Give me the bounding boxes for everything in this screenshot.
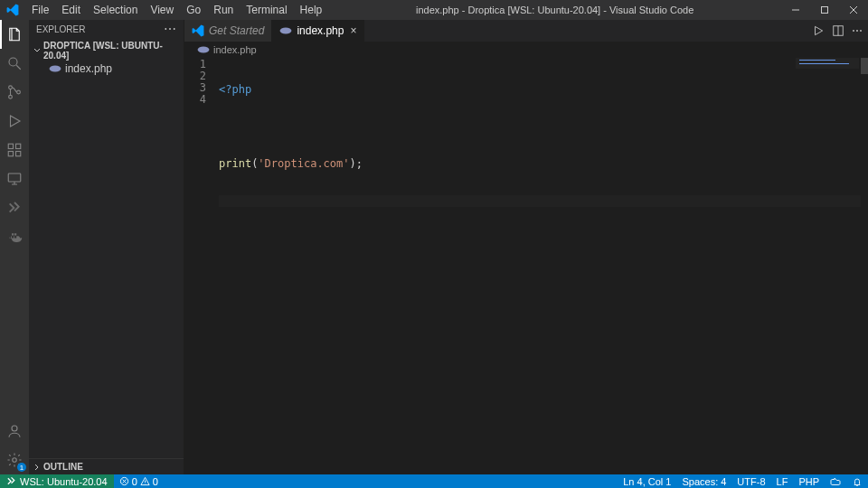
split-editor-icon[interactable] [832, 24, 844, 37]
vscode-icon [192, 24, 204, 37]
status-warnings: 0 [153, 476, 158, 487]
status-cursor-position[interactable]: Ln 4, Col 1 [618, 474, 676, 488]
activity-search-icon[interactable] [0, 49, 29, 78]
scrollbar-thumb[interactable] [861, 58, 868, 74]
outline-label: OUTLINE [43, 462, 83, 472]
outline-section[interactable]: OUTLINE [29, 458, 184, 474]
tab-close-icon[interactable]: × [350, 24, 356, 37]
menu-go[interactable]: Go [180, 1, 207, 19]
code-token-function: print [219, 157, 251, 170]
vertical-scrollbar[interactable] [861, 58, 868, 474]
php-file-icon [197, 43, 210, 56]
svg-point-2 [9, 86, 13, 89]
line-numbers: 1 2 3 4 [184, 58, 219, 474]
code-editor[interactable]: 1 2 3 4 <?php print('Droptica.com'); [184, 58, 868, 474]
chevron-down-icon [33, 46, 42, 55]
activity-bar: 1 [0, 20, 29, 474]
editor-area: Get Started index.php × ⋯ index.php [184, 20, 868, 474]
menu-view[interactable]: View [144, 1, 180, 19]
breadcrumb-label: index.php [213, 44, 257, 55]
menu-terminal[interactable]: Terminal [240, 1, 293, 19]
status-errors: 0 [132, 476, 137, 487]
svg-point-4 [17, 90, 21, 94]
editor-actions: ⋯ [812, 20, 868, 42]
activity-accounts-icon[interactable] [0, 417, 29, 446]
explorer-title: EXPLORER [36, 24, 85, 34]
settings-badge: 1 [17, 463, 26, 472]
activity-extensions-icon[interactable] [0, 136, 29, 164]
tree-file-index-php[interactable]: index.php [29, 61, 184, 76]
svg-rect-5 [8, 144, 13, 148]
svg-point-3 [9, 95, 13, 99]
tree-file-label: index.php [65, 62, 112, 75]
tab-label: Get Started [209, 24, 264, 37]
run-icon[interactable] [812, 24, 825, 37]
status-remote-label: WSL: Ubuntu-20.04 [20, 476, 108, 487]
status-language[interactable]: PHP [793, 474, 825, 488]
vscode-logo-icon [5, 3, 20, 17]
php-file-icon [49, 62, 61, 75]
activity-remote-explorer-icon[interactable] [0, 164, 29, 193]
file-tree: DROPTICA [WSL: UBUNTU-20.04] index.php [29, 38, 184, 458]
svg-point-13 [280, 28, 292, 34]
menu-run[interactable]: Run [207, 1, 240, 19]
tree-root[interactable]: DROPTICA [WSL: UBUNTU-20.04] [29, 40, 184, 61]
status-eol[interactable]: LF [771, 474, 794, 488]
code-token-php-open: <?php [219, 83, 251, 96]
menu-bar: File Edit Selection View Go Run Terminal… [25, 1, 328, 19]
svg-rect-8 [16, 144, 21, 148]
svg-rect-9 [8, 174, 21, 182]
explorer-header: EXPLORER ⋯ [29, 20, 184, 38]
activity-source-control-icon[interactable] [0, 78, 29, 107]
activity-settings-icon[interactable]: 1 [0, 446, 29, 474]
svg-point-11 [13, 458, 17, 463]
window-title: index.php - Droptica [WSL: Ubuntu-20.04]… [328, 5, 781, 15]
status-feedback-icon[interactable] [825, 474, 846, 488]
php-file-icon [279, 24, 292, 37]
status-remote[interactable]: WSL: Ubuntu-20.04 [0, 474, 114, 488]
svg-point-12 [50, 66, 61, 72]
code-token-string: 'Droptica.com' [258, 157, 349, 170]
titlebar: File Edit Selection View Go Run Terminal… [0, 0, 868, 20]
activity-remote-icon[interactable] [0, 193, 29, 222]
window-controls [781, 0, 868, 20]
menu-help[interactable]: Help [294, 1, 329, 19]
status-notifications-icon[interactable] [846, 474, 868, 488]
activity-explorer-icon[interactable] [0, 20, 29, 49]
workbench: 1 EXPLORER ⋯ DROPTICA [WSL: UBUNTU-20.04… [0, 20, 868, 474]
svg-point-15 [198, 47, 210, 53]
menu-file[interactable]: File [25, 1, 55, 19]
explorer-sidebar: EXPLORER ⋯ DROPTICA [WSL: UBUNTU-20.04] … [29, 20, 184, 474]
tab-label: index.php [297, 24, 344, 37]
breadcrumbs[interactable]: index.php [184, 42, 868, 58]
svg-rect-6 [8, 152, 13, 156]
tab-get-started[interactable]: Get Started [184, 20, 272, 42]
status-bar: WSL: Ubuntu-20.04 0 0 Ln 4, Col 1 Spaces… [0, 474, 868, 488]
editor-tabs: Get Started index.php × ⋯ [184, 20, 868, 42]
more-actions-icon[interactable]: ⋯ [852, 24, 863, 37]
svg-point-10 [12, 426, 17, 431]
status-indentation[interactable]: Spaces: 4 [676, 474, 731, 488]
svg-rect-7 [16, 152, 21, 156]
root-folder-label: DROPTICA [WSL: UBUNTU-20.04] [43, 41, 180, 61]
maximize-button[interactable] [810, 0, 839, 20]
svg-point-1 [9, 58, 17, 66]
activity-docker-icon[interactable] [0, 222, 29, 251]
activity-run-debug-icon[interactable] [0, 107, 29, 136]
minimize-button[interactable] [781, 0, 810, 20]
chevron-right-icon [33, 463, 42, 472]
status-encoding[interactable]: UTF-8 [731, 474, 770, 488]
minimap[interactable] [796, 58, 859, 69]
menu-edit[interactable]: Edit [55, 1, 87, 19]
menu-selection[interactable]: Selection [87, 1, 144, 19]
explorer-more-icon[interactable]: ⋯ [164, 23, 176, 35]
code-content[interactable]: <?php print('Droptica.com'); [219, 58, 868, 474]
close-button[interactable] [839, 0, 868, 20]
status-problems[interactable]: 0 0 [114, 474, 164, 488]
tab-index-php[interactable]: index.php × [272, 20, 364, 42]
svg-rect-0 [822, 7, 828, 14]
